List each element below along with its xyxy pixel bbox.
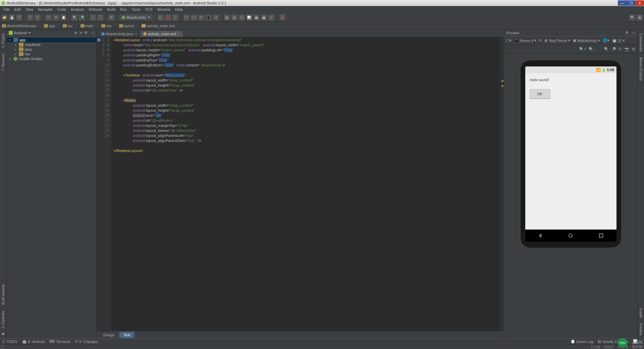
breadcrumb-item[interactable]: app [44, 24, 55, 28]
redo-icon[interactable]: ↷ [35, 14, 41, 20]
tree-node-manifests[interactable]: ▸manifests [7, 42, 96, 47]
breadcrumb-item[interactable]: activity_main.xml [142, 24, 175, 28]
close-icon[interactable]: × [178, 32, 180, 36]
menu-window[interactable]: Window [155, 7, 173, 12]
android-icon[interactable]: 🤖 [254, 14, 260, 20]
hide-icon[interactable]: →| [90, 31, 94, 35]
window-minimize-button[interactable]: — [618, 0, 627, 6]
tree-node-gradle[interactable]: ▸Gradle Scripts [7, 56, 96, 61]
menu-file[interactable]: File [1, 7, 12, 12]
tab-activity-main-xml[interactable]: activity_main.xml× [141, 31, 183, 37]
collapse-icon[interactable]: ⇲ [79, 31, 82, 35]
vcs-update-icon[interactable]: VCS [183, 14, 190, 20]
locale-icon[interactable]: 🌐▾ [603, 38, 609, 43]
back-icon[interactable]: ← [90, 14, 96, 20]
project-tree[interactable]: ▾app ▸manifests ▸java ▸res ▸Gradle Scrip… [7, 36, 96, 62]
design-tab[interactable]: Design [99, 332, 119, 338]
find-icon[interactable]: 🔍 [71, 14, 77, 20]
breadcrumb-item[interactable]: main [80, 24, 94, 28]
event-log-tool[interactable]: 📋 Event Log [571, 339, 593, 344]
avd-icon[interactable]: 📱 [206, 14, 212, 20]
terminal-tool[interactable]: ⌨ Terminal [49, 339, 70, 344]
changes-tool[interactable]: ⟳ 9: Changes [75, 339, 98, 344]
debug-icon[interactable]: 🐞 [165, 14, 171, 20]
menu-code[interactable]: Code [55, 7, 68, 12]
menu-edit[interactable]: Edit [12, 7, 23, 12]
android2-icon[interactable]: 🤖 [261, 14, 267, 20]
menu-analyze[interactable]: Analyze [68, 7, 86, 12]
menu-build[interactable]: Build [105, 7, 118, 12]
make-icon[interactable]: ⚒ [108, 14, 114, 20]
scroll-from-source-icon[interactable]: ⊕ [74, 31, 77, 35]
sdk-icon[interactable]: ▤ [231, 14, 237, 20]
device-selector[interactable]: 📱Nexus 4▾ [514, 38, 536, 43]
breadcrumb-item[interactable]: res [101, 24, 111, 28]
toggle-toolwin-icon[interactable]: ▣ [637, 14, 643, 20]
tab-mainactivity[interactable]: MainActivity.java× [99, 31, 140, 37]
paste-icon[interactable]: 📋 [60, 14, 66, 20]
attach-icon[interactable]: ⎆ [172, 14, 178, 20]
structure-icon[interactable]: ▦ [224, 14, 230, 20]
cpu-badge[interactable]: 67% [618, 338, 627, 348]
hide-icon[interactable]: →| [631, 31, 635, 35]
screenshot-icon[interactable]: 📷 [625, 47, 629, 51]
gear-icon[interactable]: ⚙ [625, 31, 629, 35]
error-stripe[interactable] [500, 37, 504, 331]
theme-selector[interactable]: ◐AppTheme▾ [545, 38, 570, 43]
status-line-sep[interactable]: CRLF [604, 345, 614, 349]
forward-icon[interactable]: → [97, 14, 103, 20]
tool-commander-tab[interactable]: Commander [638, 31, 643, 55]
toolwindow-toggle-icon[interactable] [1, 345, 4, 349]
vcs-commit-icon[interactable]: VCS [191, 14, 197, 20]
home-nav-icon[interactable] [568, 233, 574, 239]
android-tool[interactable]: 🤖 6: Android [22, 339, 45, 344]
close-icon[interactable]: × [135, 32, 137, 36]
tool-gradle-tab[interactable]: Gradle [638, 305, 643, 321]
run-icon[interactable]: ▶ [158, 14, 164, 20]
gear-icon[interactable]: ⚙ [84, 31, 88, 35]
save-icon[interactable]: 💾 [9, 14, 15, 20]
run-config-selector[interactable]: ▣ MainActivity [119, 14, 153, 20]
tool-structure-tab[interactable]: 7: Structure [1, 51, 6, 74]
project-scope-selector[interactable]: Android [9, 31, 31, 35]
breadcrumb-item[interactable]: layout [119, 24, 134, 28]
replace-icon[interactable]: 🔎 [79, 14, 85, 20]
sync-icon[interactable]: ⟳ [198, 14, 204, 20]
genymotion-icon[interactable]: ◉ [279, 14, 285, 20]
menu-navigate[interactable]: Navigate [36, 7, 55, 12]
open-icon[interactable]: 📂 [1, 14, 7, 20]
tool-build-variants-tab[interactable]: Build Variants [1, 282, 6, 307]
todo-tool[interactable]: ☑ TODO [2, 339, 17, 344]
window-close-button[interactable]: ✕ [635, 0, 644, 6]
help-icon[interactable]: ? [268, 14, 274, 20]
breadcrumb-item[interactable]: src [63, 24, 73, 28]
activity-selector[interactable]: ▣MainActivity▾ [573, 38, 600, 43]
menu-run[interactable]: Run [118, 7, 129, 12]
ddms-icon[interactable]: 📊 [246, 14, 252, 20]
orientation-icon[interactable]: ⟳ [539, 38, 542, 43]
config-select-icon[interactable]: ▢▾ [506, 38, 512, 43]
settings-icon[interactable]: ⚙ [632, 47, 635, 51]
tool-favorites-tab[interactable]: 2: Favorites [1, 308, 6, 331]
tree-node-res[interactable]: ▸res [7, 52, 96, 56]
cut-icon[interactable]: ✂ [46, 14, 52, 20]
menu-view[interactable]: View [23, 7, 36, 12]
undo-icon[interactable]: ↶ [27, 14, 33, 20]
text-tab[interactable]: Text [119, 332, 134, 338]
tool-project-tab[interactable]: 1: Project [1, 31, 6, 50]
menu-vcs[interactable]: VCS [143, 7, 155, 12]
refresh-icon[interactable]: ↻ [16, 14, 22, 20]
refresh-preview-icon[interactable]: ↻ [619, 47, 622, 51]
zoom-in-icon[interactable]: 🔍+ [579, 47, 586, 51]
tree-node-java[interactable]: ▸java [7, 47, 96, 52]
zoom-actual-icon[interactable]: 🔎 [611, 47, 616, 51]
zoom-out-icon[interactable]: 🔍- [589, 47, 595, 51]
search-everywhere-icon[interactable]: 🔍 [629, 14, 635, 20]
api-selector[interactable]: 🤖21▾ [612, 38, 625, 43]
monitor-icon[interactable]: 🖵 [239, 14, 245, 20]
info-mark-icon[interactable] [97, 38, 101, 42]
menu-tools[interactable]: Tools [129, 7, 143, 12]
copy-icon[interactable]: ⧉ [53, 14, 59, 20]
back-nav-icon[interactable] [537, 233, 543, 239]
breadcrumb-item[interactable]: AndroidDictionary [2, 24, 36, 28]
